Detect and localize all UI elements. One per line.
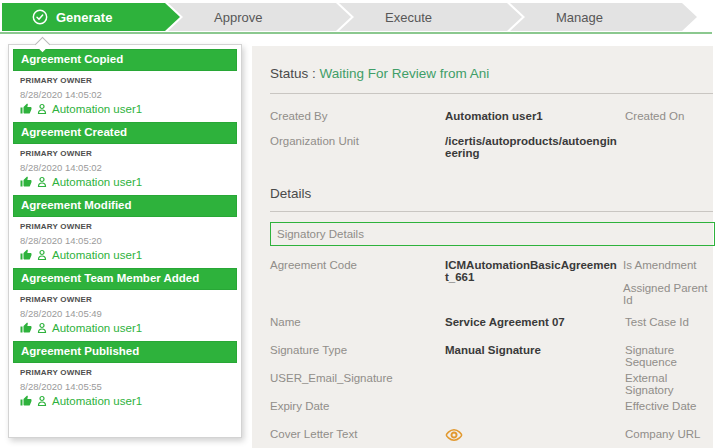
user-icon (36, 249, 48, 261)
org-unit-label: Organization Unit (270, 135, 445, 147)
timeline-entry: Agreement Published PRIMARY OWNER 8/28/2… (13, 341, 237, 414)
check-circle-icon (32, 9, 48, 25)
timeline-entry-user[interactable]: Automation user1 (20, 103, 230, 115)
field-value: Manual Signature (445, 344, 625, 356)
timeline-entry-user[interactable]: Automation user1 (20, 322, 230, 334)
user-icon (36, 103, 48, 115)
stage-manage[interactable]: Manage (510, 3, 697, 31)
field-label: Expiry Date (270, 400, 445, 412)
field-label: Agreement Code (270, 259, 445, 271)
created-on-label: Created On (625, 110, 713, 122)
timeline-entry-role: PRIMARY OWNER (20, 149, 230, 158)
thumbs-up-icon (20, 103, 32, 115)
stage-generate[interactable]: Generate (2, 3, 180, 31)
stage-underline (0, 32, 712, 34)
signatory-details-header[interactable]: Signatory Details (270, 222, 715, 246)
stage-execute[interactable]: Execute (339, 3, 522, 31)
timeline-entry-role: PRIMARY OWNER (20, 368, 230, 377)
eye-icon[interactable] (445, 428, 463, 442)
stage-label: Execute (385, 10, 432, 25)
stage-approve[interactable]: Approve (168, 3, 351, 31)
timeline-entry-title[interactable]: Agreement Team Member Added (13, 268, 237, 290)
field-row-agreement-code: Agreement Code ICMAutomationBasicAgreeme… (270, 259, 713, 306)
field-label: Signature Sequence (625, 344, 713, 368)
thumbs-up-icon (20, 395, 32, 407)
user-icon (36, 395, 48, 407)
timeline-entry-timestamp: 8/28/2020 14:05:02 (20, 162, 230, 173)
details-fields: Agreement Code ICMAutomationBasicAgreeme… (270, 259, 713, 448)
org-unit-value: /icertis/autoproducts/autoengineering (445, 135, 625, 159)
timeline-entry-user[interactable]: Automation user1 (20, 395, 230, 407)
timeline-entry: Agreement Team Member Added PRIMARY OWNE… (13, 268, 237, 341)
divider (270, 211, 713, 212)
field-label: Name (270, 316, 445, 328)
field-label: Assigned Parent Id (623, 282, 713, 306)
field-value: ICMAutomationBasicAgreement_661 (445, 259, 623, 283)
agreement-detail-panel: Status : Waiting For Review from Ani Cre… (252, 46, 713, 448)
created-by-label: Created By (270, 110, 445, 122)
timeline-entry-title[interactable]: Agreement Published (13, 341, 237, 363)
status-line: Status : Waiting For Review from Ani (270, 66, 713, 81)
field-label: USER_Email_Signature (270, 372, 445, 384)
created-by-value: Automation user1 (445, 110, 625, 122)
user-icon (36, 176, 48, 188)
agreement-history-timeline: Agreement Copied PRIMARY OWNER 8/28/2020… (8, 44, 242, 438)
field-label: Company URL (625, 428, 713, 440)
field-row-signature-type: Signature Type Manual Signature Signatur… (270, 344, 713, 372)
stage-label: Manage (556, 10, 603, 25)
field-label: Is Amendment (623, 259, 713, 271)
workflow-stage-bar: Generate Approve Execute Manage (2, 3, 697, 31)
summary-section: Created By Automation user1 Created On O… (270, 110, 713, 159)
stage-label: Approve (214, 10, 262, 25)
timeline-entry-title[interactable]: Agreement Modified (13, 195, 237, 217)
timeline-entry-title[interactable]: Agreement Created (13, 122, 237, 144)
timeline-entry-timestamp: 8/28/2020 14:05:20 (20, 235, 230, 246)
agreement-workflow-page: Generate Approve Execute Manage Agreemen… (0, 0, 720, 448)
thumbs-up-icon (20, 249, 32, 261)
timeline-entry-user[interactable]: Automation user1 (20, 176, 230, 188)
stage-label: Generate (56, 10, 112, 25)
details-heading: Details (270, 186, 713, 201)
user-icon (36, 322, 48, 334)
timeline-entry-role: PRIMARY OWNER (20, 222, 230, 231)
status-label: Status : (270, 66, 316, 81)
timeline-entry-user[interactable]: Automation user1 (20, 249, 230, 261)
timeline-entry: Agreement Modified PRIMARY OWNER 8/28/20… (13, 195, 237, 268)
timeline-entry-role: PRIMARY OWNER (20, 76, 230, 85)
field-value: Service Agreement 07 (445, 316, 625, 328)
field-label: Test Case Id (625, 316, 713, 328)
field-row-user-email-signature: USER_Email_Signature External Signatory (270, 372, 713, 400)
field-label: External Signatory (625, 372, 713, 396)
timeline-entry-timestamp: 8/28/2020 14:05:02 (20, 89, 230, 100)
timeline-entry-timestamp: 8/28/2020 14:05:55 (20, 381, 230, 392)
timeline-entry-timestamp: 8/28/2020 14:05:49 (20, 308, 230, 319)
status-value: Waiting For Review from Ani (320, 66, 490, 81)
field-row-cover-letter-text: Cover Letter Text Company URL (270, 428, 713, 448)
field-label: Cover Letter Text (270, 428, 445, 440)
thumbs-up-icon (20, 176, 32, 188)
timeline-entry: Agreement Created PRIMARY OWNER 8/28/202… (13, 122, 237, 195)
timeline-entry: Agreement Copied PRIMARY OWNER 8/28/2020… (13, 49, 237, 122)
field-row-name: Name Service Agreement 07 Test Case Id (270, 316, 713, 344)
field-label: Signature Type (270, 344, 445, 356)
timeline-entry-role: PRIMARY OWNER (20, 295, 230, 304)
thumbs-up-icon (20, 322, 32, 334)
divider (270, 93, 713, 94)
field-label: Effective Date (625, 400, 713, 412)
timeline-entry-title[interactable]: Agreement Copied (13, 49, 237, 71)
field-row-expiry-date: Expiry Date Effective Date (270, 400, 713, 428)
